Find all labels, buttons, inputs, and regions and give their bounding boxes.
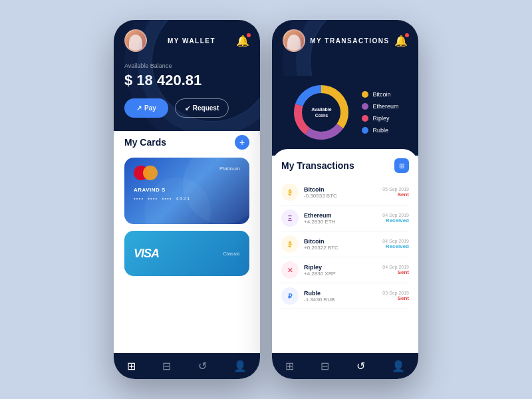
nav-card-icon[interactable]: ⊟ [162,360,171,372]
tx-coin-name: Ripley [304,264,377,271]
table-row: ₿ Bitcoin -0.30533 BTC 05 Sep 2019 Sent [281,180,409,205]
chart-section: AvailableCoins Bitcoin Ethereum Ripley [272,76,418,156]
coin-legend: Bitcoin Ethereum Ripley Ruble [362,91,398,134]
ripley-legend-dot [362,115,368,122]
transactions-section-header: My Transactions ⊞ [281,158,409,173]
transactions-notification-icon[interactable]: 🔔 [394,35,408,47]
tx-coin-name: Bitcoin [304,186,377,193]
credit-card-platinum: Platinum ARAVIND S •••• •••• •••• 4321 [124,158,249,224]
transactions-section-title: My Transactions [281,160,354,171]
tx-nav-home-icon[interactable]: ⊞ [285,360,294,372]
tx-coin-amount: +4.2830 ETH [304,219,377,225]
tx-nav-profile-icon[interactable]: 👤 [392,360,405,372]
avatar [124,29,147,52]
tx-ripley-info: Ripley +4.2830 XRP [304,264,377,277]
tx-bitcoin-info: Bitcoin -0.30533 BTC [304,186,377,199]
tx-date: 03 Sep 2019 [382,291,409,295]
request-button[interactable]: ↙ Request [175,98,229,118]
legend-ruble: Ruble [362,127,398,134]
transactions-bottom-nav: ⊞ ⊟ ↺ 👤 [272,353,418,379]
card-number: •••• •••• •••• 4321 [134,196,240,201]
tx-status-received: Received [382,217,409,223]
tx-coin-name: Bitcoin [304,238,377,245]
transactions-header-row: MY TRANSACTIONS 🔔 [283,29,408,52]
tx-status-sent: Sent [382,192,409,198]
card-dots-3: •••• [162,196,172,201]
nav-history-icon[interactable]: ↺ [198,360,207,372]
nav-home-icon[interactable]: ⊞ [127,360,136,372]
ethereum-icon: Ξ [281,209,299,227]
tx-coin-name: Ruble [304,290,377,297]
visa-card: VISA Classic [124,231,249,276]
tx-nav-card-icon[interactable]: ⊟ [321,360,329,372]
card-dots-1: •••• [134,196,144,201]
tx-date: 04 Sep 2019 [382,265,409,269]
pay-arrow-icon: ↗ [136,104,142,112]
cards-section: My Cards + Platinum ARAVIND S •••• •••• … [114,124,260,353]
card-last4: 4321 [176,196,191,201]
tx-ethereum-right: 04 Sep 2019 Received [382,213,409,223]
my-cards-title: My Cards [124,137,166,148]
ruble-legend-dot [362,127,368,134]
notification-icon[interactable]: 🔔 [236,35,249,47]
table-row: Ξ Ethereum +4.2830 ETH 04 Sep 2019 Recei… [281,205,409,231]
avatar-silhouette [129,35,142,51]
tx-coin-amount: +0.26322 BTC [304,245,377,251]
tx-coin-name: Ethereum [304,212,377,219]
tx-date: 04 Sep 2019 [382,213,409,217]
card-holder-name: ARAVIND S [134,187,240,193]
donut-chart: AvailableCoins [291,82,351,142]
legend-ripley: Ripley [362,115,398,122]
transactions-section: My Transactions ⊞ ₿ Bitcoin -0.30533 BTC… [272,149,418,353]
wallet-phone: MY WALLET 🔔 Available Balance $ 18 420.8… [114,20,260,379]
tx-ethereum-info: Ethereum +4.2830 ETH [304,212,377,225]
tx-bitcoin-right: 05 Sep 2019 Sent [382,187,409,198]
filter-button[interactable]: ⊞ [394,158,409,173]
transactions-notification-dot [405,33,409,37]
table-row: ₽ Ruble -1.3430 RUB 03 Sep 2019 Sent [281,283,409,309]
tx-ripley-right: 04 Sep 2019 Sent [382,265,409,275]
tx-bitcoin2-info: Bitcoin +0.26322 BTC [304,238,377,251]
ethereum-legend-label: Ethereum [372,103,398,110]
cards-section-header: My Cards + [124,135,249,150]
wallet-title: MY WALLET [168,37,215,45]
pay-button[interactable]: ↗ Pay [124,98,168,118]
donut-center-label: AvailableCoins [311,106,331,118]
add-card-button[interactable]: + [235,135,249,150]
wallet-header: MY WALLET 🔔 Available Balance $ 18 420.8… [114,20,260,131]
balance-amount: $ 18 420.81 [124,72,249,89]
bitcoin-icon: ₿ [281,184,299,201]
tx-coin-amount: -0.30533 BTC [304,193,377,199]
tx-status-sent: Sent [382,269,409,275]
balance-label: Available Balance [124,63,249,69]
wallet-bottom-nav: ⊞ ⊟ ↺ 👤 [114,353,260,379]
transactions-avatar-silhouette [287,35,301,51]
tx-nav-history-icon[interactable]: ↺ [356,360,365,372]
tx-date: 04 Sep 2019 [382,239,409,243]
tx-coin-amount: +4.2830 XRP [304,271,377,277]
ripley-icon: ✕ [281,261,299,279]
bitcoin-legend-label: Bitcoin [372,91,390,98]
action-buttons: ↗ Pay ↙ Request [124,98,249,118]
bitcoin-legend-dot [362,91,368,98]
nav-profile-icon[interactable]: 👤 [233,360,247,372]
transactions-header: MY TRANSACTIONS 🔔 [272,20,418,76]
transactions-phone: MY TRANSACTIONS 🔔 [272,20,418,379]
wallet-header-row: MY WALLET 🔔 [124,29,249,52]
visa-type-label: Classic [223,251,240,257]
mc-yellow-circle [143,166,158,180]
card-dots-2: •••• [148,196,158,201]
ripley-legend-label: Ripley [372,115,389,122]
ruble-legend-label: Ruble [372,127,388,134]
bitcoin-icon-2: ₿ [281,235,299,253]
ruble-icon: ₽ [281,287,299,305]
legend-bitcoin: Bitcoin [362,91,398,98]
table-row: ✕ Ripley +4.2830 XRP 04 Sep 2019 Sent [281,257,409,283]
notification-dot [247,33,251,37]
tx-status-received: Received [382,243,409,249]
transactions-title: MY TRANSACTIONS [310,37,390,45]
tx-ruble-info: Ruble -1.3430 RUB [304,290,377,303]
visa-logo: VISA [134,247,159,261]
tx-bitcoin2-right: 04 Sep 2019 Received [382,239,409,249]
request-arrow-icon: ↙ [185,104,190,112]
